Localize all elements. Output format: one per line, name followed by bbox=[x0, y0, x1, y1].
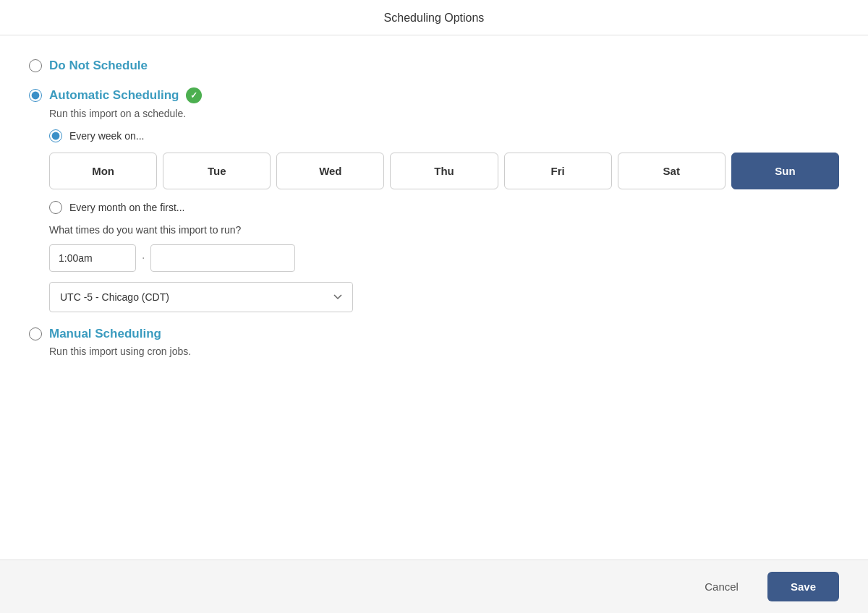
day-button-mon[interactable]: Mon bbox=[49, 153, 157, 189]
day-button-wed[interactable]: Wed bbox=[276, 153, 384, 189]
modal-footer: Cancel Save bbox=[0, 560, 868, 613]
automatic-scheduling-description: Run this import on a schedule. bbox=[49, 108, 839, 119]
every-month-row: Every month on the first... bbox=[49, 201, 839, 214]
do-not-schedule-row: Do Not Schedule bbox=[29, 59, 839, 73]
day-button-sun[interactable]: Sun bbox=[731, 153, 839, 189]
check-icon: ✓ bbox=[186, 87, 202, 103]
modal-header: Scheduling Options bbox=[0, 0, 868, 35]
automatic-scheduling-label[interactable]: Automatic Scheduling bbox=[49, 88, 179, 103]
do-not-schedule-section: Do Not Schedule bbox=[29, 59, 839, 73]
time-question: What times do you want this import to ru… bbox=[49, 224, 839, 236]
manual-scheduling-description: Run this import using cron jobs. bbox=[49, 346, 839, 357]
day-button-sat[interactable]: Sat bbox=[618, 153, 726, 189]
time-inputs-row: · bbox=[49, 244, 839, 272]
every-week-label[interactable]: Every week on... bbox=[69, 130, 145, 142]
automatic-scheduling-section: Automatic Scheduling ✓ Run this import o… bbox=[29, 87, 839, 312]
automatic-scheduling-radio[interactable] bbox=[29, 89, 42, 102]
manual-scheduling-row: Manual Scheduling bbox=[29, 327, 839, 341]
time-separator: · bbox=[142, 252, 145, 265]
main-content: Do Not Schedule Automatic Scheduling ✓ R… bbox=[0, 35, 868, 560]
every-week-row: Every week on... bbox=[49, 129, 839, 142]
manual-scheduling-section: Manual Scheduling Run this import using … bbox=[29, 327, 839, 357]
manual-scheduling-radio[interactable] bbox=[29, 327, 42, 340]
cancel-button[interactable]: Cancel bbox=[687, 572, 756, 601]
every-week-radio[interactable] bbox=[49, 129, 62, 142]
days-grid: Mon Tue Wed Thu Fri Sat Sun bbox=[49, 153, 839, 189]
do-not-schedule-label[interactable]: Do Not Schedule bbox=[49, 59, 148, 73]
timezone-select[interactable]: UTC -5 - Chicago (CDT) UTC -12 - Baker I… bbox=[49, 282, 353, 312]
automatic-scheduling-row: Automatic Scheduling ✓ bbox=[29, 87, 839, 103]
modal-title: Scheduling Options bbox=[384, 12, 485, 24]
time-input-secondary[interactable] bbox=[150, 244, 295, 272]
save-button[interactable]: Save bbox=[767, 572, 839, 601]
every-month-radio[interactable] bbox=[49, 201, 62, 214]
automatic-sub-options: Every week on... Mon Tue Wed Thu Fri Sat… bbox=[49, 129, 839, 312]
time-input-primary[interactable] bbox=[49, 244, 136, 272]
day-button-tue[interactable]: Tue bbox=[163, 153, 271, 189]
day-button-thu[interactable]: Thu bbox=[390, 153, 498, 189]
every-month-label[interactable]: Every month on the first... bbox=[69, 202, 185, 213]
time-section: What times do you want this import to ru… bbox=[49, 224, 839, 312]
day-button-fri[interactable]: Fri bbox=[504, 153, 612, 189]
manual-scheduling-label[interactable]: Manual Scheduling bbox=[49, 327, 161, 341]
do-not-schedule-radio[interactable] bbox=[29, 59, 42, 72]
